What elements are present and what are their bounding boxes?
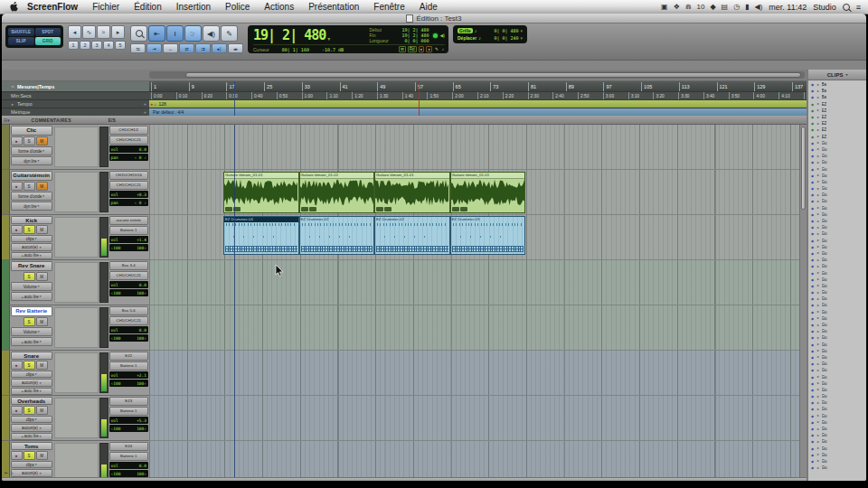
zoom-preset-button[interactable]: 5 bbox=[115, 41, 126, 50]
clips-list-item[interactable]: ◆ ► Ba bbox=[808, 81, 866, 88]
clips-list-item[interactable]: ◆ ► Gu bbox=[808, 224, 866, 230]
vertical-scrollbar[interactable] bbox=[799, 125, 807, 477]
disclosure-icon[interactable]: ► bbox=[816, 96, 819, 99]
track-view-selector[interactable]: clips▾ bbox=[11, 371, 52, 378]
disclosure-icon[interactable]: ► bbox=[816, 284, 819, 287]
clips-list-item[interactable]: ◆ ► Gu bbox=[808, 367, 866, 373]
clips-list-item[interactable]: ◆ ► Gu bbox=[808, 153, 866, 159]
record-arm-button[interactable]: ● bbox=[11, 182, 23, 191]
disclosure-icon[interactable]: ► bbox=[816, 180, 819, 183]
trim-tool[interactable]: ⇤ bbox=[148, 25, 165, 42]
canvas-track-lane[interactable] bbox=[149, 441, 799, 477]
link-timeline-edit-button[interactable]: ⇄ bbox=[179, 43, 194, 53]
track-header[interactable]: Snare ● S M clips▾ aucun(e)▾ ▴auto lire▾… bbox=[2, 351, 149, 396]
solo-button[interactable]: S bbox=[24, 361, 35, 370]
track-output-selector[interactable]: CH1/CH1/C21 bbox=[109, 136, 148, 145]
solo-button[interactable]: S bbox=[24, 182, 35, 191]
track-comments-cell[interactable] bbox=[54, 172, 99, 212]
track-view-selector[interactable]: clips▾ bbox=[11, 461, 52, 468]
track-volume-display[interactable]: vol+5.3 bbox=[109, 417, 148, 424]
clips-list-item[interactable]: ◆ ► Gu bbox=[808, 399, 866, 406]
clips-list-item[interactable]: ◆ ► Gu bbox=[808, 185, 866, 192]
menubar-item[interactable]: Police bbox=[218, 2, 257, 12]
scroll-arrows-button[interactable]: ◂▸ bbox=[228, 43, 243, 53]
disclosure-icon[interactable]: ► bbox=[816, 83, 819, 87]
clips-list-item[interactable]: ◆ ► Gu bbox=[808, 211, 866, 218]
mute-button[interactable]: M bbox=[36, 225, 48, 234]
track-name[interactable]: Rev Snare bbox=[11, 261, 52, 271]
ruler-label-bars[interactable]: ◂▸Mesures|Temps bbox=[2, 81, 149, 92]
length-value[interactable]: 0| 0| 000 bbox=[396, 38, 429, 43]
clips-list-item[interactable]: ◆ ► Gu bbox=[808, 269, 866, 276]
ruler-label-tempo[interactable]: ►Tempo+ bbox=[2, 100, 149, 108]
menubar-item[interactable]: Fichier bbox=[85, 2, 127, 12]
clips-list-item[interactable]: ◆ ► Gu bbox=[808, 283, 866, 289]
track-header[interactable]: Overheads ● S M clips▾ aucun(e)▾ ▴auto l… bbox=[2, 396, 149, 441]
disclosure-icon[interactable]: ► bbox=[816, 420, 819, 424]
track-view-selector[interactable]: forme d'onde▾ bbox=[11, 192, 52, 201]
track-view-selector[interactable]: clips▾ bbox=[11, 235, 52, 242]
post-roll-badge[interactable]: ● bbox=[426, 46, 432, 52]
clips-list-item[interactable]: ◆ ► Gu bbox=[808, 322, 866, 328]
waveform-zoom-vertical[interactable]: ∿ bbox=[82, 25, 96, 39]
window-titlebar[interactable]: Édition : Test3 bbox=[2, 14, 866, 23]
clips-list-item[interactable]: ◆ ► Gu bbox=[808, 289, 866, 296]
mute-button[interactable]: M bbox=[36, 136, 48, 145]
disclosure-icon[interactable]: ► bbox=[816, 355, 819, 359]
disclosure-icon[interactable]: ► bbox=[816, 271, 819, 275]
track-input-selector[interactable]: CH15/CH15/16 bbox=[109, 171, 148, 180]
vertical-scrollbar-thumb[interactable] bbox=[801, 127, 806, 210]
battery-icon[interactable]: ▮ bbox=[745, 3, 749, 11]
input-count[interactable]: 10 bbox=[697, 3, 705, 11]
clips-list-item[interactable]: ◆ ► Gu bbox=[808, 334, 866, 341]
track-input-selector[interactable]: Bus 3-4 bbox=[109, 261, 148, 270]
disclosure-icon[interactable]: ► bbox=[816, 297, 819, 301]
track-volume-display[interactable]: vol+0.3 bbox=[109, 191, 148, 198]
track-name[interactable]: Rev Batterie bbox=[11, 306, 52, 316]
ruler-meter[interactable]: Par défaut : 4/4 bbox=[149, 108, 807, 116]
audio-clip[interactable]: Guitare témoin_01-01 bbox=[450, 172, 526, 213]
tab-to-transient-button[interactable]: ⇥ bbox=[146, 43, 162, 53]
clips-list-item[interactable]: ◆ ► Gu bbox=[808, 205, 866, 211]
grabber-tool[interactable]: ☞ bbox=[184, 25, 202, 42]
mute-button[interactable]: M bbox=[36, 317, 48, 326]
disclosure-icon[interactable]: ► bbox=[816, 232, 819, 236]
automation-mode-selector[interactable]: ▴auto lire▾ bbox=[11, 388, 52, 395]
disclosure-icon[interactable]: ► bbox=[816, 226, 819, 230]
clips-list-item[interactable]: ◆ ► Gu bbox=[808, 328, 866, 334]
nudge-label[interactable]: Déplacer bbox=[458, 35, 476, 41]
sync-status-icon[interactable]: ❖ bbox=[674, 3, 680, 11]
track-pan-display[interactable]: ‹100100› bbox=[109, 425, 148, 432]
zoom-toggle-button[interactable]: ⇆ bbox=[130, 43, 146, 53]
disclosure-icon[interactable]: ► bbox=[816, 277, 819, 281]
record-arm-button[interactable]: ● bbox=[11, 406, 23, 415]
clips-list-item[interactable]: ◆ ► EZ bbox=[808, 101, 866, 108]
timeline-insertion-badge[interactable]: ⊞ bbox=[399, 46, 406, 52]
track-name[interactable]: Guitarstémoin bbox=[11, 171, 52, 181]
clips-list-item[interactable]: ◆ ► Gu bbox=[808, 419, 866, 426]
record-arm-button[interactable]: ● bbox=[11, 225, 23, 234]
clips-list-item[interactable]: ◆ ► Gu bbox=[808, 263, 866, 269]
disclosure-icon[interactable]: ► bbox=[816, 369, 819, 372]
midi-zoom-vertical[interactable]: ≈ bbox=[97, 25, 110, 39]
clip-gain-icons[interactable] bbox=[301, 207, 316, 211]
zoom-in-arrow[interactable]: ▸ bbox=[111, 25, 125, 39]
disclosure-icon[interactable]: ► bbox=[816, 459, 819, 463]
solo-button[interactable]: S bbox=[24, 272, 35, 281]
track-view-selector[interactable]: Volume▾ bbox=[11, 282, 52, 291]
track-volume-display[interactable]: vol+2.1 bbox=[109, 371, 148, 379]
disclosure-icon[interactable]: ► bbox=[816, 206, 819, 210]
time-machine-icon[interactable]: ◷ bbox=[733, 3, 740, 11]
grid-value[interactable]: 0| 0| 480 bbox=[494, 28, 518, 33]
record-arm-button[interactable]: ● bbox=[11, 136, 23, 145]
disclosure-icon[interactable]: ► bbox=[816, 102, 819, 106]
mirrored-midi-button[interactable]: ↔ bbox=[163, 43, 178, 53]
disclosure-icon[interactable]: ► bbox=[816, 440, 819, 444]
displays-icon[interactable]: ▤ bbox=[722, 3, 729, 11]
automation-mode-selector[interactable]: ▴auto lire▾ bbox=[11, 337, 52, 346]
mode-slip-button[interactable]: SLIP bbox=[8, 37, 34, 45]
ruler-minsec[interactable]: 0:000:100:200:300:400:501:001:101:201:30… bbox=[149, 92, 807, 100]
space-name[interactable]: Studio bbox=[813, 3, 836, 12]
canvas-track-lane[interactable] bbox=[149, 396, 799, 441]
grid-label[interactable]: Grille bbox=[458, 28, 473, 33]
